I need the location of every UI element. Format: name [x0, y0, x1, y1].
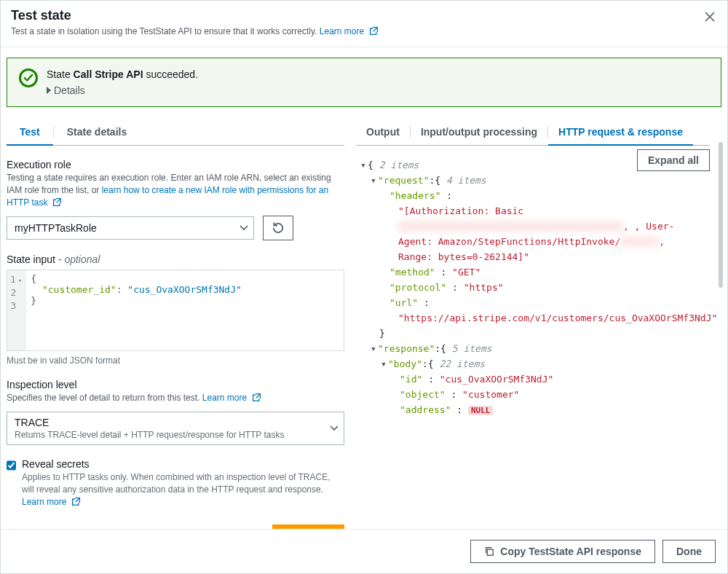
modal-subtitle: Test a state in isolation using the Test… — [11, 26, 717, 36]
state-input-label: State input - optional — [7, 253, 344, 265]
reveal-secrets-label: Reveal secrets — [22, 458, 344, 470]
tree-toggle[interactable]: ▾ — [379, 356, 388, 371]
right-panel: Output Input/output processing HTTP requ… — [350, 111, 727, 529]
alert-title: State Call Stripe API succeeded. — [47, 68, 198, 80]
inspection-level-label: Inspection level — [7, 379, 344, 390]
done-button[interactable]: Done — [662, 540, 716, 563]
learn-more-link[interactable]: Learn more — [320, 26, 379, 36]
inspection-level-help: Specifies the level of detail to return … — [7, 392, 344, 404]
scrollbar[interactable] — [719, 142, 723, 288]
right-tabs: Output Input/output processing HTTP requ… — [356, 119, 710, 146]
external-link-icon — [369, 26, 379, 36]
chevron-down-icon — [240, 224, 248, 232]
state-input-note: Must be in valid JSON format — [7, 355, 344, 366]
tab-http[interactable]: HTTP request & response — [548, 119, 693, 145]
close-button[interactable] — [701, 8, 719, 25]
svg-rect-0 — [488, 549, 494, 555]
left-tabs: Test State details — [7, 119, 344, 146]
tree-toggle[interactable]: ▾ — [369, 341, 378, 356]
external-link-icon — [71, 497, 81, 506]
json-tree: ▾ { 2 items ▾ "request" : { 4 items "hea… — [356, 154, 710, 418]
tab-state-details[interactable]: State details — [54, 119, 140, 145]
reveal-learn-more-link[interactable]: Learn more — [22, 497, 81, 507]
modal-footer: Copy TestState API response Done — [1, 529, 727, 573]
external-link-icon — [252, 393, 261, 402]
exec-role-label: Execution role — [7, 159, 344, 170]
reveal-secrets-help: Applies to HTTP tasks only. When combine… — [22, 471, 344, 508]
exec-role-select[interactable]: myHTTPTaskRole — [7, 216, 254, 240]
copy-response-button[interactable]: Copy TestState API response — [470, 540, 655, 563]
editor-code[interactable]: { "customer_id": "cus_OvaXOOrSMf3NdJ" } — [26, 270, 246, 350]
close-icon — [704, 11, 716, 23]
exec-role-help: Testing a state requires an execution ro… — [7, 172, 344, 208]
chevron-down-icon — [330, 424, 339, 433]
external-link-icon — [52, 197, 62, 207]
inspection-level-select[interactable]: TRACE Returns TRACE-level detail + HTTP … — [7, 412, 344, 445]
tab-test[interactable]: Test — [7, 119, 53, 145]
tree-toggle[interactable]: ▾ — [369, 173, 378, 188]
copy-icon — [484, 546, 494, 557]
refresh-roles-button[interactable] — [263, 216, 293, 240]
chevron-right-icon — [47, 87, 51, 94]
test-state-modal: Test state Test a state in isolation usi… — [0, 0, 728, 574]
success-alert: State Call Stripe API succeeded. Details — [7, 58, 721, 107]
state-input-editor[interactable]: 1▾ 2 3 { "customer_id": "cus_OvaXOOrSMf3… — [7, 270, 344, 351]
tab-output[interactable]: Output — [356, 119, 410, 145]
refresh-icon — [272, 221, 285, 235]
editor-gutter: 1▾ 2 3 — [7, 270, 26, 350]
modal-body: Test State details Execution role Testin… — [1, 111, 727, 529]
modal-title: Test state — [11, 8, 717, 23]
success-check-icon — [19, 68, 38, 87]
reveal-secrets-row: Reveal secrets Applies to HTTP tasks onl… — [7, 458, 344, 508]
expand-all-button[interactable]: Expand all — [637, 149, 710, 171]
modal-header: Test state Test a state in isolation usi… — [1, 1, 727, 47]
left-panel: Test State details Execution role Testin… — [1, 111, 350, 529]
inspection-learn-more-link[interactable]: Learn more — [202, 393, 261, 403]
tab-io-processing[interactable]: Input/output processing — [411, 119, 547, 145]
alert-details-toggle[interactable]: Details — [47, 84, 198, 96]
tree-toggle[interactable]: ▾ — [359, 157, 368, 173]
reveal-secrets-checkbox[interactable] — [7, 460, 16, 471]
